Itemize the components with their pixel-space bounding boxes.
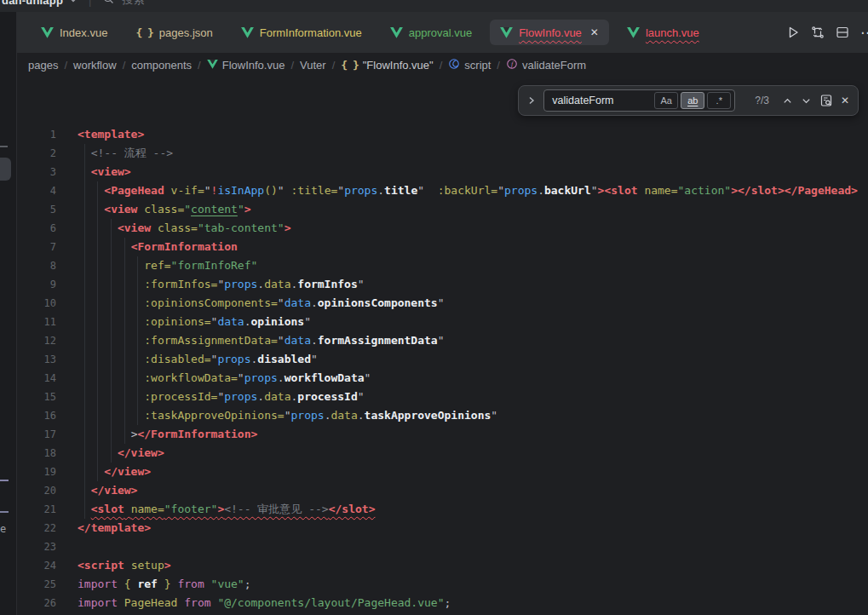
code-line[interactable]: 10 :opinionsComponents="data.opinionsCom… (17, 294, 868, 313)
code-line[interactable]: 5 <view class="content"> (17, 200, 868, 219)
code-line[interactable]: 24<script setup> (17, 556, 868, 575)
line-number[interactable]: 21 (17, 500, 56, 519)
words-button[interactable]: ab (681, 92, 704, 109)
project-name[interactable]: dan-uniapp (2, 0, 63, 7)
code-line[interactable]: 15 :processId="props.data.processId" (17, 388, 868, 406)
breadcrumb-item-workflow[interactable]: workflow (73, 59, 117, 72)
code-line[interactable]: 3 <view> (17, 163, 868, 181)
code-line[interactable]: 1<template> (17, 125, 868, 144)
code-line[interactable]: 18 </view> (17, 444, 868, 463)
breadcrumb-item-pages[interactable]: pages (28, 59, 58, 72)
breadcrumb-item-script[interactable]: script (448, 58, 491, 72)
line-number[interactable]: 15 (17, 388, 56, 406)
tab-pages-json[interactable]: { }pages.json (125, 20, 222, 45)
line-number[interactable]: 23 (17, 537, 56, 556)
tab-label: Index.vue (60, 26, 107, 39)
line-number[interactable]: 7 (17, 238, 56, 256)
run-icon[interactable] (786, 26, 800, 39)
line-text: :workflowData="props.workflowData" (56, 369, 371, 388)
line-number[interactable]: 13 (17, 350, 56, 369)
find-expand-icon[interactable] (527, 95, 536, 106)
line-number[interactable]: 25 (17, 575, 56, 594)
breadcrumb: pages/workflow/components/FlowInfo.vue/V… (17, 53, 868, 77)
line-number[interactable]: 8 (17, 256, 56, 275)
line-number[interactable]: 1 (17, 125, 56, 144)
line-number[interactable]: 26 (17, 594, 56, 612)
tab-forminformation-vue[interactable]: FormInformation.vue (231, 20, 372, 45)
line-text: import PageHead from "@/components/layou… (56, 594, 451, 612)
more-icon[interactable]: ⋯ (860, 26, 868, 40)
chevron-down-icon[interactable] (69, 0, 78, 4)
breadcrumb-label: "FlowInfo.vue" (363, 59, 434, 72)
tab-label: approval.vue (409, 26, 472, 39)
line-number[interactable]: 18 (17, 444, 56, 463)
breadcrumb-item-vuter[interactable]: Vuter (300, 59, 326, 72)
close-find-icon[interactable]: ✕ (841, 95, 849, 106)
editor[interactable]: pages/workflow/components/FlowInfo.vue/V… (17, 53, 868, 615)
line-number[interactable]: 3 (17, 163, 56, 181)
tab-flowinfo-vue[interactable]: FlowInfo.vue✕ (490, 20, 609, 45)
breadcrumb-item-components[interactable]: components (131, 59, 192, 72)
code-line[interactable]: 17 ></FormInformation> (17, 425, 868, 444)
line-number[interactable]: 6 (17, 219, 56, 238)
line-text: <template> (56, 125, 144, 144)
breadcrumb-item-validateform[interactable]: fvalidateForm (506, 58, 586, 72)
breadcrumb-item-flowinfovue[interactable]: { }"FlowInfo.vue" (341, 59, 433, 72)
line-number[interactable]: 19 (17, 463, 56, 481)
close-tab-icon[interactable]: ✕ (590, 27, 599, 37)
previous-match-button[interactable] (782, 95, 793, 106)
code-line[interactable]: 7 <FormInformation (17, 238, 868, 256)
breadcrumb-item-flowinfovue[interactable]: FlowInfo.vue (207, 59, 285, 72)
code-line[interactable]: 11 :opinions="data.opinions" (17, 313, 868, 331)
tool-window-button[interactable] (0, 158, 11, 181)
code-line[interactable]: 9 :formInfos="props.data.formInfos" (17, 275, 868, 294)
line-number[interactable]: 24 (17, 556, 56, 575)
line-number[interactable]: 5 (17, 200, 56, 219)
line-number[interactable]: 12 (17, 331, 56, 350)
line-number[interactable]: 17 (17, 425, 56, 444)
line-text: <slot name="footer"><!-- 审批意见 --></slot> (56, 500, 375, 519)
line-number[interactable]: 4 (17, 181, 56, 200)
code-line[interactable]: 19 </view> (17, 463, 868, 481)
code-line[interactable]: 25import { ref } from "vue"; (17, 575, 868, 594)
code-line[interactable]: 6 <view class="tab-content"> (17, 219, 868, 238)
match-case-button[interactable]: Aa (654, 92, 678, 109)
next-match-button[interactable] (801, 95, 812, 106)
line-text: :processId="props.data.processId" (56, 388, 365, 406)
code-line[interactable]: 20 </view> (17, 481, 868, 500)
line-number[interactable]: 9 (17, 275, 56, 294)
code-area[interactable]: 1<template>2 <!-- 流程 -->3 <view>4 <PageH… (17, 77, 868, 615)
code-line[interactable]: 23 (17, 537, 868, 556)
code-line[interactable]: 2 <!-- 流程 --> (17, 144, 868, 163)
tab-index-vue[interactable]: Index.vue (31, 20, 118, 45)
sync-icon[interactable] (811, 26, 825, 39)
line-number[interactable]: 11 (17, 313, 56, 331)
line-number[interactable]: 14 (17, 369, 56, 388)
open-find-window-button[interactable] (819, 94, 833, 107)
split-editor-icon[interactable] (836, 26, 849, 39)
global-search-button[interactable]: 搜索 (102, 0, 144, 9)
code-line[interactable]: 22</template> (17, 519, 868, 537)
code-line[interactable]: 16 :taskApproveOpinions="props.data.task… (17, 406, 868, 425)
code-line[interactable]: 12 :formAssignmentData="data.formAssignm… (17, 331, 868, 350)
find-input[interactable] (550, 94, 652, 107)
code-line[interactable]: 4 <PageHead v-if="!isInApp()" :title="pr… (17, 181, 868, 200)
tab-launch-vue[interactable]: launch.vue (617, 20, 710, 45)
title-bar: dan-uniapp | 搜索 (0, 0, 868, 12)
line-number[interactable]: 22 (17, 519, 56, 537)
line-number[interactable]: 16 (17, 406, 56, 425)
tab-approval-vue[interactable]: approval.vue (380, 20, 482, 45)
line-number[interactable]: 20 (17, 481, 56, 500)
code-line[interactable]: 13 :disabled="props.disabled" (17, 350, 868, 369)
editor-actions: ⋯ (786, 26, 868, 40)
breadcrumb-separator: / (332, 59, 336, 72)
code-line[interactable]: 26import PageHead from "@/components/lay… (17, 594, 868, 612)
titlebar-divider: | (89, 0, 91, 7)
code-line[interactable]: 8 ref="formInfoRef" (17, 256, 868, 275)
line-number[interactable]: 2 (17, 144, 56, 163)
line-number[interactable]: 10 (17, 294, 56, 313)
regex-button[interactable]: .* (707, 92, 731, 109)
code-line[interactable]: 14 :workflowData="props.workflowData" (17, 369, 868, 388)
code-line[interactable]: 21 <slot name="footer"><!-- 审批意见 --></sl… (17, 500, 868, 519)
code-lines: 1<template>2 <!-- 流程 -->3 <view>4 <PageH… (17, 77, 868, 615)
